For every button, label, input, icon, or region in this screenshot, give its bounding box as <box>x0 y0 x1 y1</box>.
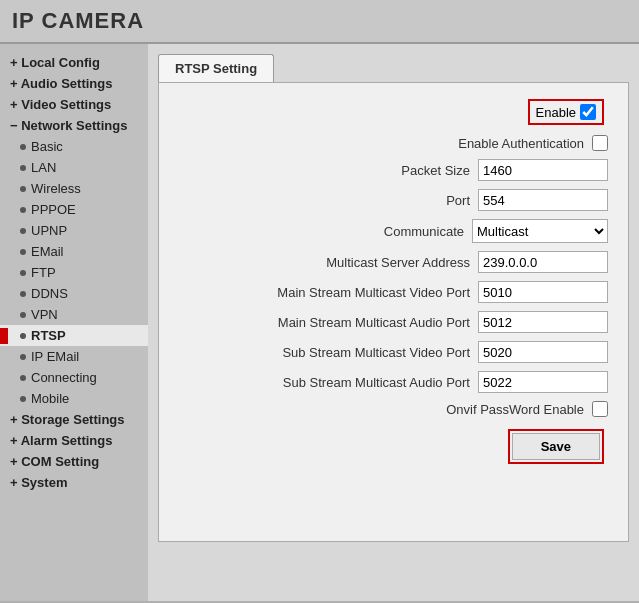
main-video-port-input[interactable] <box>478 281 608 303</box>
save-row: Save <box>179 429 608 464</box>
sidebar-item-email[interactable]: EMail <box>0 241 148 262</box>
main-video-port-label: Main Stream Multicast Video Port <box>277 285 470 300</box>
sidebar-item-label: EMail <box>31 244 64 259</box>
bullet-icon <box>20 354 26 360</box>
sidebar-item-connecting[interactable]: Connecting <box>0 367 148 388</box>
sidebar-section-com-setting[interactable]: + COM Setting <box>0 451 148 472</box>
multicast-server-label: Multicast Server Address <box>326 255 470 270</box>
sub-audio-port-row: Sub Stream Multicast Audio Port <box>179 371 608 393</box>
sidebar-section-network-settings[interactable]: − Network Settings <box>0 115 148 136</box>
port-label: Port <box>446 193 470 208</box>
sidebar-item-lan[interactable]: LAN <box>0 157 148 178</box>
tab-bar: RTSP Setting <box>158 54 629 82</box>
sidebar-item-ddns[interactable]: DDNS <box>0 283 148 304</box>
bullet-icon <box>20 396 26 402</box>
enable-auth-row: Enable Authentication <box>179 135 608 151</box>
page-title: IP CAMERA <box>12 8 627 34</box>
sidebar-item-label: UPNP <box>31 223 67 238</box>
enable-box: Enable <box>528 99 604 125</box>
sidebar: + Local Config+ Audio Settings+ Video Se… <box>0 44 148 601</box>
sidebar-section-system[interactable]: + System <box>0 472 148 493</box>
communicate-label: Communicate <box>384 224 464 239</box>
save-button[interactable]: Save <box>512 433 600 460</box>
tab-rtsp-setting[interactable]: RTSP Setting <box>158 54 274 82</box>
bullet-icon <box>20 291 26 297</box>
bullet-icon <box>20 333 26 339</box>
sidebar-section-storage-settings[interactable]: + Storage Settings <box>0 409 148 430</box>
port-row: Port <box>179 189 608 211</box>
enable-auth-label: Enable Authentication <box>458 136 584 151</box>
sidebar-item-label: PPPOE <box>31 202 76 217</box>
content-area: RTSP Setting Enable Enable Authenticatio… <box>148 44 639 601</box>
sub-audio-port-label: Sub Stream Multicast Audio Port <box>283 375 470 390</box>
sidebar-item-mobile[interactable]: Mobile <box>0 388 148 409</box>
sidebar-item-upnp[interactable]: UPNP <box>0 220 148 241</box>
sidebar-item-pppoe[interactable]: PPPOE <box>0 199 148 220</box>
bullet-icon <box>20 207 26 213</box>
sub-video-port-input[interactable] <box>478 341 608 363</box>
packet-size-row: Packet Size <box>179 159 608 181</box>
bullet-icon <box>20 165 26 171</box>
sidebar-item-label: Mobile <box>31 391 69 406</box>
sidebar-item-ftp[interactable]: FTP <box>0 262 148 283</box>
sidebar-section-local-config[interactable]: + Local Config <box>0 52 148 73</box>
communicate-select[interactable]: Multicast Unicast <box>472 219 608 243</box>
bullet-icon <box>20 249 26 255</box>
enable-label: Enable <box>536 105 576 120</box>
sidebar-item-label: Wireless <box>31 181 81 196</box>
sidebar-item-label: Connecting <box>31 370 97 385</box>
sidebar-item-label: FTP <box>31 265 56 280</box>
bullet-icon <box>20 228 26 234</box>
packet-size-label: Packet Size <box>401 163 470 178</box>
sidebar-section-audio-settings[interactable]: + Audio Settings <box>0 73 148 94</box>
sub-audio-port-input[interactable] <box>478 371 608 393</box>
main-video-port-row: Main Stream Multicast Video Port <box>179 281 608 303</box>
enable-row: Enable <box>179 99 608 125</box>
bullet-icon <box>20 186 26 192</box>
sidebar-section-video-settings[interactable]: + Video Settings <box>0 94 148 115</box>
sidebar-item-rtsp[interactable]: RTSP <box>0 325 148 346</box>
multicast-server-row: Multicast Server Address <box>179 251 608 273</box>
onvif-checkbox[interactable] <box>592 401 608 417</box>
sidebar-item-basic[interactable]: Basic <box>0 136 148 157</box>
main-audio-port-label: Main Stream Multicast Audio Port <box>278 315 470 330</box>
sidebar-item-label: DDNS <box>31 286 68 301</box>
rtsp-panel: Enable Enable Authentication Packet Size… <box>158 82 629 542</box>
sidebar-item-label: IP EMail <box>31 349 79 364</box>
main-audio-port-input[interactable] <box>478 311 608 333</box>
multicast-server-input[interactable] <box>478 251 608 273</box>
bullet-icon <box>20 270 26 276</box>
sidebar-item-label: LAN <box>31 160 56 175</box>
bullet-icon <box>20 312 26 318</box>
communicate-row: Communicate Multicast Unicast <box>179 219 608 243</box>
onvif-label: Onvif PassWord Enable <box>446 402 584 417</box>
save-button-wrapper: Save <box>508 429 604 464</box>
bullet-icon <box>20 144 26 150</box>
packet-size-input[interactable] <box>478 159 608 181</box>
onvif-row: Onvif PassWord Enable <box>179 401 608 417</box>
sub-video-port-label: Sub Stream Multicast Video Port <box>282 345 470 360</box>
enable-auth-checkbox[interactable] <box>592 135 608 151</box>
active-indicator <box>0 328 8 344</box>
enable-checkbox[interactable] <box>580 104 596 120</box>
sidebar-item-label: RTSP <box>31 328 66 343</box>
port-input[interactable] <box>478 189 608 211</box>
bullet-icon <box>20 375 26 381</box>
sidebar-item-ip-email[interactable]: IP EMail <box>0 346 148 367</box>
main-audio-port-row: Main Stream Multicast Audio Port <box>179 311 608 333</box>
sidebar-item-label: VPN <box>31 307 58 322</box>
sidebar-item-vpn[interactable]: VPN <box>0 304 148 325</box>
sidebar-item-label: Basic <box>31 139 63 154</box>
sidebar-section-alarm-settings[interactable]: + Alarm Settings <box>0 430 148 451</box>
sidebar-item-wireless[interactable]: Wireless <box>0 178 148 199</box>
sub-video-port-row: Sub Stream Multicast Video Port <box>179 341 608 363</box>
